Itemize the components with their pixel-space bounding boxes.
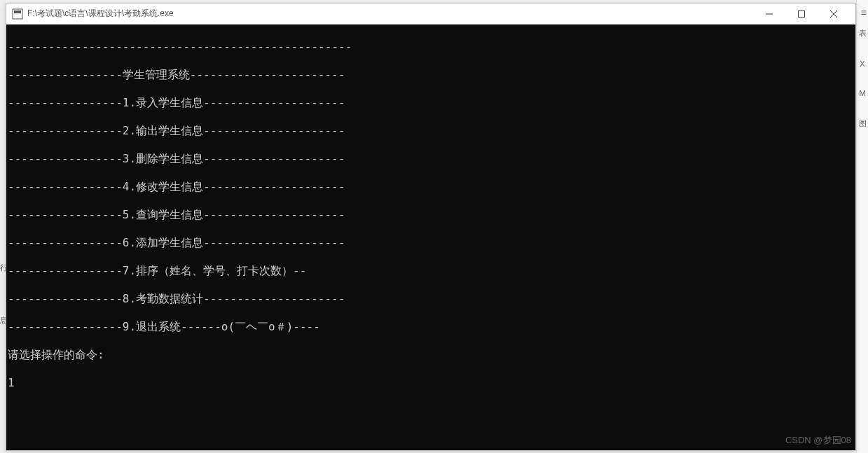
menu-line: -----------------2.输出学生信息---------------… (8, 124, 854, 138)
menu-line: ----------------------------------------… (8, 40, 854, 54)
menu-line: -----------------9.退出系统------o(￣ヘ￣o＃)---… (8, 320, 854, 334)
prompt-line: 请选择操作的命令: (8, 348, 854, 362)
sidebar-mark: 图 (859, 118, 867, 129)
menu-line: -----------------3.删除学生信息---------------… (8, 152, 854, 166)
app-icon (12, 8, 23, 20)
input-line: 1 (8, 376, 854, 390)
menu-line: -----------------1.录入学生信息---------------… (8, 96, 854, 110)
menu-line: -----------------4.修改学生信息---------------… (8, 180, 854, 194)
editor-left-marks: 行 息 (0, 0, 6, 453)
minimize-button[interactable] (753, 4, 785, 25)
menu-line: -----------------7.排序（姓名、学号、打卡次数）-- (8, 264, 854, 278)
menu-line: -----------------8.考勤数据统计---------------… (8, 292, 854, 306)
console-window: F:\考试题\c语言\课程设计\考勤系统.exe ---------------… (6, 3, 856, 451)
svg-rect-1 (14, 11, 21, 13)
svg-rect-3 (799, 11, 805, 17)
hamburger-icon[interactable]: ≡ (861, 7, 867, 18)
sidebar-mark: M (859, 89, 865, 97)
menu-line: -----------------学生管理系统-----------------… (8, 68, 854, 82)
menu-line: -----------------5.查询学生信息---------------… (8, 208, 854, 222)
editor-right-sidebar: 表 X M 图 (856, 0, 868, 453)
menu-line: -----------------6.添加学生信息---------------… (8, 236, 854, 250)
watermark: CSDN @梦园08 (785, 433, 851, 447)
window-title: F:\考试题\c语言\课程设计\考勤系统.exe (27, 8, 753, 20)
sidebar-mark: 表 (859, 28, 867, 39)
console-output[interactable]: ----------------------------------------… (6, 25, 855, 450)
window-titlebar[interactable]: F:\考试题\c语言\课程设计\考勤系统.exe (6, 4, 855, 25)
close-button[interactable] (818, 4, 850, 25)
maximize-button[interactable] (785, 4, 818, 25)
sidebar-mark: X (860, 60, 864, 68)
window-buttons (753, 4, 850, 25)
